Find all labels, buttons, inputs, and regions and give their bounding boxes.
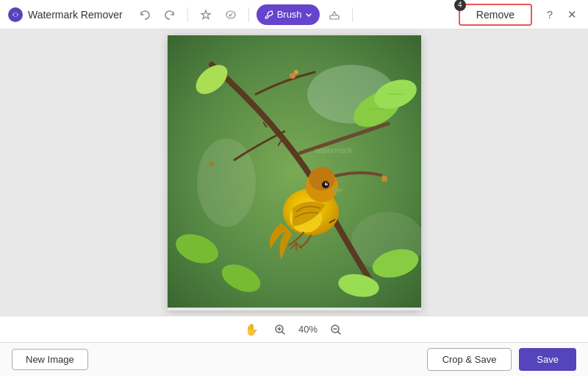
brush-tool-button[interactable]: Brush [257,4,320,25]
hand-tool-button[interactable]: ✋ [243,320,262,339]
new-image-button[interactable]: New Image [12,349,88,370]
app-title: Watermark Remover [28,9,123,21]
canvas-area[interactable]: watermark [0,29,588,316]
zoom-out-button[interactable] [326,320,345,339]
redo-button[interactable] [159,4,180,25]
svg-point-20 [309,167,335,191]
svg-point-16 [381,176,387,182]
hand-icon: ✋ [245,323,259,336]
close-button[interactable]: ✕ [563,6,581,24]
eraser-tool-button[interactable] [324,4,345,25]
right-buttons: Crop & Save Save [427,348,576,371]
svg-point-17 [209,162,214,166]
lasso-tool-button[interactable] [220,4,241,25]
window-controls: ? ✕ [541,6,581,24]
toolbar: Brush 4 Remove [135,4,532,26]
svg-point-24 [326,182,327,184]
zoom-out-icon [330,324,342,336]
separator-3 [352,7,353,22]
svg-text:watermark: watermark [314,146,353,155]
zoom-in-button[interactable] [270,320,290,339]
brush-label: Brush [277,9,302,20]
svg-point-14 [290,73,295,79]
remove-button[interactable]: Remove [459,4,532,26]
crop-save-button[interactable]: Crop & Save [427,348,512,371]
separator-1 [187,7,188,22]
undo-button[interactable] [135,4,155,25]
image-container: watermark [168,35,421,311]
main-image: watermark [168,35,421,308]
app-logo-icon [7,7,24,23]
separator-2 [248,7,249,22]
zoom-level: 40% [298,324,318,335]
svg-point-15 [294,70,298,74]
remove-button-wrapper: 4 Remove [459,4,532,26]
help-button[interactable]: ? [541,6,559,24]
statusbar: ✋ 40% [0,316,588,342]
zoom-in-icon [274,324,286,336]
titlebar: Watermark Remover [0,0,588,29]
notification-badge: 4 [454,0,466,11]
svg-point-1 [14,13,18,16]
save-button[interactable]: Save [519,348,576,371]
star-tool-button[interactable] [196,4,216,25]
bottombar: New Image Crop & Save Save [0,342,588,376]
svg-rect-2 [330,15,339,19]
